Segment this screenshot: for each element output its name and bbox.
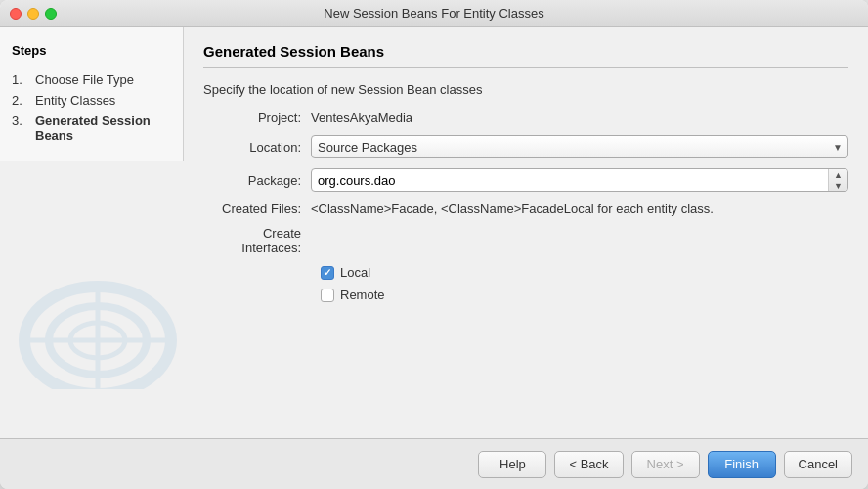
sidebar-watermark <box>0 262 184 389</box>
remote-checkbox[interactable] <box>321 289 334 302</box>
created-files-label: Created Files: <box>203 201 311 216</box>
traffic-lights <box>10 8 57 20</box>
close-button[interactable] <box>10 8 22 20</box>
local-checkbox-wrapper: Local <box>321 265 370 280</box>
step-2: 2. Entity Classes <box>12 90 171 111</box>
steps-list: 1. Choose File Type 2. Entity Classes 3.… <box>12 69 171 146</box>
location-select-wrapper: Source Packages ▼ <box>311 135 848 158</box>
location-label: Location: <box>203 140 311 155</box>
local-checkbox[interactable] <box>321 266 334 280</box>
maximize-button[interactable] <box>45 8 57 20</box>
location-select[interactable]: Source Packages <box>311 135 848 158</box>
step-1-number: 1. <box>12 72 29 87</box>
project-label: Project: <box>203 111 311 125</box>
next-button: Next > <box>631 451 700 478</box>
package-input[interactable] <box>312 173 828 188</box>
step-2-label: Entity Classes <box>35 93 115 108</box>
created-files-row: Created Files: <ClassName>Facade, <Class… <box>203 201 848 216</box>
create-interfaces-row: Create Interfaces: <box>203 226 848 255</box>
remote-checkbox-row: Remote <box>321 288 848 302</box>
step-3-label: Generated Session Beans <box>35 113 171 143</box>
step-3-number: 3. <box>12 113 29 143</box>
project-row: Project: VentesAkyaMedia <box>203 111 848 125</box>
step-2-number: 2. <box>12 93 29 108</box>
package-input-combo: ▲ ▼ <box>311 168 848 192</box>
back-button[interactable]: < Back <box>554 451 623 478</box>
sidebar-inner: Steps 1. Choose File Type 2. Entity Clas… <box>0 27 184 161</box>
cancel-button[interactable]: Cancel <box>784 451 852 478</box>
window-title: New Session Beans For Entity Classes <box>324 6 543 21</box>
location-row: Location: Source Packages ▼ <box>203 135 848 158</box>
help-button[interactable]: Help <box>478 451 546 478</box>
created-files-value: <ClassName>Facade, <ClassName>FacadeLoca… <box>311 201 848 216</box>
remote-checkbox-wrapper: Remote <box>321 288 385 302</box>
local-label: Local <box>340 265 370 280</box>
title-bar: New Session Beans For Entity Classes <box>0 0 868 27</box>
sidebar: Steps 1. Choose File Type 2. Entity Clas… <box>0 27 184 438</box>
step-3: 3. Generated Session Beans <box>12 111 171 146</box>
finish-button[interactable]: Finish <box>708 451 776 478</box>
minimize-button[interactable] <box>27 8 39 20</box>
local-checkbox-row: Local <box>321 265 848 280</box>
remote-label: Remote <box>340 288 385 302</box>
package-row: Package: ▲ ▼ <box>203 168 848 192</box>
package-combo-arrow[interactable]: ▲ ▼ <box>828 169 847 191</box>
main-panel: Generated Session Beans Specify the loca… <box>184 27 868 438</box>
step-1-label: Choose File Type <box>35 72 134 87</box>
package-label: Package: <box>203 173 311 188</box>
create-interfaces-label: Create Interfaces: <box>203 226 311 255</box>
wizard-window: New Session Beans For Entity Classes Ste… <box>0 0 868 489</box>
bottom-bar: Help < Back Next > Finish Cancel <box>0 438 868 489</box>
content-area: Steps 1. Choose File Type 2. Entity Clas… <box>0 27 868 438</box>
project-value: VentesAkyaMedia <box>311 111 848 125</box>
step-1: 1. Choose File Type <box>12 69 171 90</box>
steps-heading: Steps <box>12 43 171 58</box>
subtitle: Specify the location of new Session Bean… <box>203 82 848 97</box>
main-title: Generated Session Beans <box>203 43 848 68</box>
